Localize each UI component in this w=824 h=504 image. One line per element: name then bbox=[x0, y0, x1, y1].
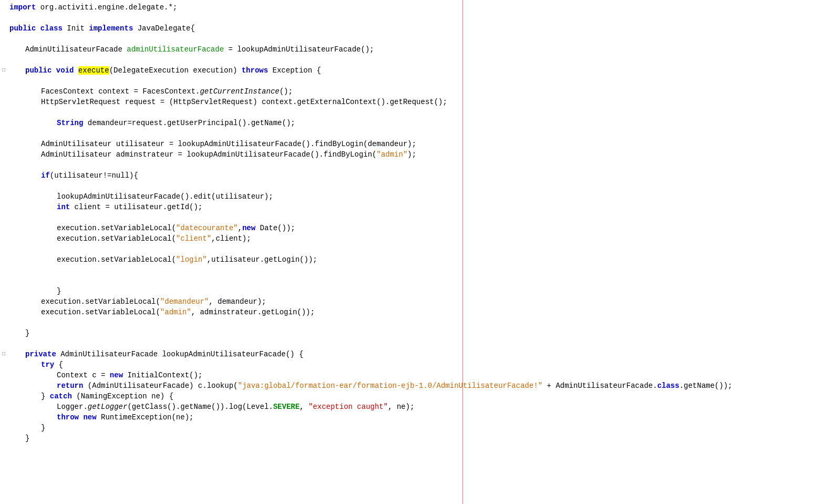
code-line: □ public void execute(DelegateExecution … bbox=[0, 65, 824, 76]
line-content: int client = utilisateur.getId(); bbox=[7, 202, 824, 212]
code-line: try { bbox=[0, 359, 824, 370]
vertical-red-line bbox=[462, 0, 463, 504]
code-line bbox=[0, 107, 824, 118]
line-content: execution.setVariableLocal("client",clie… bbox=[7, 233, 824, 244]
line-content: FacesContext context = FacesContext.getC… bbox=[7, 86, 824, 97]
code-line: execution.setVariableLocal("admin", admi… bbox=[0, 307, 824, 317]
code-line bbox=[0, 338, 824, 349]
code-line: AdminUtilisateur utilisateur = lookupAdm… bbox=[0, 139, 824, 149]
code-line: □ private AdminUtilisateurFacade lookupA… bbox=[0, 349, 824, 359]
line-content: AdminUtilisateur adminstrateur = lookupA… bbox=[7, 149, 824, 160]
line-content bbox=[7, 128, 824, 139]
line-content: try { bbox=[7, 359, 824, 370]
code-line bbox=[0, 55, 824, 65]
code-line bbox=[0, 244, 824, 254]
code-line bbox=[0, 275, 824, 286]
code-line bbox=[0, 265, 824, 275]
code-line: AdminUtilisateur adminstrateur = lookupA… bbox=[0, 149, 824, 160]
line-content: public class Init implements JavaDelegat… bbox=[7, 23, 824, 34]
line-content bbox=[7, 338, 824, 349]
code-container: import org.activiti.engine.delegate.*; p… bbox=[0, 0, 824, 446]
keyword-import: import bbox=[9, 3, 36, 12]
line-content: private AdminUtilisateurFacade lookupAdm… bbox=[7, 349, 824, 359]
code-line: String demandeur=request.getUserPrincipa… bbox=[0, 118, 824, 128]
code-line bbox=[0, 160, 824, 170]
line-content: String demandeur=request.getUserPrincipa… bbox=[7, 118, 824, 128]
line-content: } catch (NamingException ne) { bbox=[7, 391, 824, 402]
line-content bbox=[7, 244, 824, 254]
line-content bbox=[7, 34, 824, 44]
code-line: AdminUtilisateurFacade adminUtilisateurF… bbox=[0, 44, 824, 55]
line-content: import org.activiti.engine.delegate.*; bbox=[7, 2, 824, 13]
line-content: } bbox=[7, 433, 824, 444]
code-line: } bbox=[0, 433, 824, 444]
line-content: execution.setVariableLocal("login",utili… bbox=[7, 254, 824, 265]
throw-keyword: throw bbox=[57, 413, 79, 421]
line-content bbox=[7, 275, 824, 286]
line-content: Logger.getLogger(getClass().getName()).l… bbox=[7, 402, 824, 412]
code-line bbox=[0, 76, 824, 86]
code-line: execution.setVariableLocal("login",utili… bbox=[0, 254, 824, 265]
code-line: } bbox=[0, 328, 824, 338]
line-content bbox=[7, 212, 824, 223]
code-line: int client = utilisateur.getId(); bbox=[0, 202, 824, 212]
line-content: AdminUtilisateurFacade adminUtilisateurF… bbox=[7, 44, 824, 55]
line-content bbox=[7, 317, 824, 328]
line-content bbox=[7, 55, 824, 65]
code-line: execution.setVariableLocal("demandeur", … bbox=[0, 296, 824, 307]
fold-icon-execute[interactable]: □ bbox=[0, 65, 7, 76]
line-content: execution.setVariableLocal("demandeur", … bbox=[7, 296, 824, 307]
code-line bbox=[0, 13, 824, 23]
code-line: throw new RuntimeException(ne); bbox=[0, 412, 824, 423]
line-content: return (AdminUtilisateurFacade) c.lookup… bbox=[7, 380, 824, 391]
line-content: execution.setVariableLocal("datecourante… bbox=[7, 223, 824, 233]
code-editor: import org.activiti.engine.delegate.*; p… bbox=[0, 0, 824, 504]
code-line: } bbox=[0, 423, 824, 433]
code-line: Logger.getLogger(getClass().getName()).l… bbox=[0, 402, 824, 412]
line-content: public void execute(DelegateExecution ex… bbox=[7, 65, 824, 76]
code-line: FacesContext context = FacesContext.getC… bbox=[0, 86, 824, 97]
line-content: } bbox=[7, 328, 824, 338]
code-line: execution.setVariableLocal("client",clie… bbox=[0, 233, 824, 244]
line-content: AdminUtilisateur utilisateur = lookupAdm… bbox=[7, 139, 824, 149]
code-line: } bbox=[0, 286, 824, 296]
line-content: } bbox=[7, 286, 824, 296]
line-content bbox=[7, 13, 824, 23]
line-content: if(utilisateur!=null){ bbox=[7, 170, 824, 181]
line-content bbox=[7, 76, 824, 86]
line-content bbox=[7, 107, 824, 118]
line-content bbox=[7, 181, 824, 191]
code-line: if(utilisateur!=null){ bbox=[0, 170, 824, 181]
line-content bbox=[7, 160, 824, 170]
code-line: Context c = new InitialContext(); bbox=[0, 370, 824, 380]
line-content: Context c = new InitialContext(); bbox=[7, 370, 824, 380]
code-line: HttpServletRequest request = (HttpServle… bbox=[0, 97, 824, 107]
code-line bbox=[0, 317, 824, 328]
line-content: lookupAdminUtilisateurFacade().edit(util… bbox=[7, 191, 824, 202]
code-line bbox=[0, 181, 824, 191]
line-content: execution.setVariableLocal("admin", admi… bbox=[7, 307, 824, 317]
code-line: } catch (NamingException ne) { bbox=[0, 391, 824, 402]
code-line bbox=[0, 34, 824, 44]
line-content: HttpServletRequest request = (HttpServle… bbox=[7, 97, 824, 107]
code-line: execution.setVariableLocal("datecourante… bbox=[0, 223, 824, 233]
code-line: import org.activiti.engine.delegate.*; bbox=[0, 2, 824, 13]
code-line: public class Init implements JavaDelegat… bbox=[0, 23, 824, 34]
code-line bbox=[0, 212, 824, 223]
method-highlight: execute bbox=[78, 66, 109, 75]
fold-icon-private[interactable]: □ bbox=[0, 349, 7, 359]
line-content: } bbox=[7, 423, 824, 433]
code-line bbox=[0, 128, 824, 139]
code-line: return (AdminUtilisateurFacade) c.lookup… bbox=[0, 380, 824, 391]
line-content bbox=[7, 265, 824, 275]
line-content: throw new RuntimeException(ne); bbox=[7, 412, 824, 423]
code-line: lookupAdminUtilisateurFacade().edit(util… bbox=[0, 191, 824, 202]
